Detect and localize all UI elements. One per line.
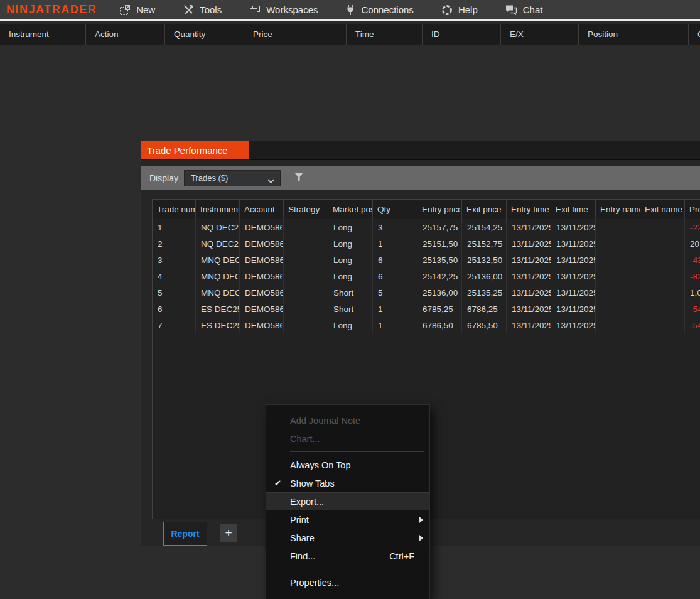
trades-column-entry-name[interactable]: Entry name: [596, 200, 640, 219]
table-cell: 13/11/2025: [551, 317, 596, 333]
table-row[interactable]: 2NQ DEC25DEMO5868399Long125151,5025152,7…: [153, 235, 700, 252]
table-row[interactable]: 4MNQ DEC25DEMO5868399Long625142,2525136,…: [153, 268, 700, 284]
table-cell: 6: [153, 301, 196, 317]
table-cell: Long: [328, 317, 373, 333]
table-cell: 25157,75: [417, 219, 462, 235]
checkmark-icon: ✔: [274, 478, 281, 488]
menubar-item-workspaces[interactable]: Workspaces: [249, 4, 318, 16]
trade-performance-title-tab[interactable]: Trade Performance: [141, 141, 249, 159]
menubar-item-new[interactable]: New: [119, 4, 155, 16]
table-row[interactable]: 3MNQ DEC25DEMO5868399Long625135,5025132,…: [153, 252, 700, 268]
table-cell: DEMO5868399: [240, 235, 284, 252]
table-cell: 13/11/2025: [507, 252, 551, 268]
orders-column-action[interactable]: Action: [86, 24, 165, 45]
table-cell: Long: [328, 252, 373, 268]
menubar-item-chat[interactable]: Chat: [505, 4, 543, 15]
trades-column-entry-time[interactable]: Entry time: [507, 200, 551, 219]
trades-column-qty[interactable]: Qty: [373, 200, 417, 219]
table-cell: [640, 284, 685, 301]
trades-column-strategy[interactable]: Strategy: [284, 200, 328, 219]
trades-column-trade-number[interactable]: Trade number: [153, 200, 196, 219]
window-tab-strip: Trade Performance: [141, 141, 700, 159]
orders-column-id[interactable]: ID: [423, 24, 501, 45]
table-cell: [640, 219, 685, 235]
context-menu-item-print[interactable]: Print: [266, 510, 429, 529]
table-cell: NQ DEC25: [196, 219, 240, 235]
table-cell: [284, 301, 328, 317]
filter-button[interactable]: [294, 172, 304, 185]
table-row[interactable]: 6ES DEC25DEMO5868399Short16785,256786,25…: [153, 301, 700, 317]
menubar-item-help[interactable]: Help: [441, 4, 478, 16]
orders-column-time[interactable]: Time: [347, 24, 423, 45]
context-menu-item-label: Export...: [290, 497, 324, 507]
table-cell: 13/11/2025: [551, 301, 596, 317]
orders-column-price[interactable]: Price: [244, 24, 347, 45]
display-dropdown[interactable]: Trades ($): [184, 170, 281, 186]
trades-column-market-pos[interactable]: Market pos.: [328, 200, 373, 219]
trades-column-exit-time[interactable]: Exit time: [551, 200, 596, 219]
table-cell: 2: [153, 235, 196, 252]
table-cell: Short: [328, 284, 373, 301]
context-menu-item-properties[interactable]: Properties...: [266, 573, 429, 591]
orders-column-e-x[interactable]: E/X: [501, 24, 579, 45]
context-menu-item-export[interactable]: Export...: [266, 492, 429, 510]
tools-icon: [183, 4, 194, 16]
menubar-item-label: Tools: [200, 4, 222, 15]
menubar-item-connections[interactable]: Connections: [345, 4, 413, 16]
submenu-arrow-icon: [419, 535, 423, 541]
orders-column-instrument[interactable]: Instrument: [0, 24, 86, 45]
trades-column-profit[interactable]: Profit: [685, 200, 700, 219]
trades-column-instrument[interactable]: Instrument: [196, 200, 240, 219]
table-cell: DEMO5868399: [240, 301, 284, 317]
table-cell: [284, 219, 328, 235]
table-cell: 13/11/2025: [507, 268, 551, 284]
table-cell: MNQ DEC25: [196, 284, 240, 301]
table-cell: ES DEC25: [196, 317, 240, 333]
context-menu-item-label: Always On Top: [290, 460, 350, 470]
table-cell: 13/11/2025: [551, 284, 596, 301]
table-cell: 6785,25: [417, 301, 462, 317]
context-menu-item-always-on-top[interactable]: Always On Top: [266, 456, 429, 474]
context-menu-item-show-tabs[interactable]: ✔Show Tabs: [266, 474, 429, 492]
table-row[interactable]: 5MNQ DEC25DEMO5868399Short525136,0025135…: [153, 284, 700, 301]
table-cell: 3: [373, 219, 417, 235]
help-icon: [441, 4, 453, 16]
context-menu-item-label: Print: [290, 515, 309, 525]
context-menu: Add Journal NoteChart...Always On Top✔Sh…: [266, 404, 430, 599]
table-cell: 1: [153, 219, 196, 235]
table-row[interactable]: 1NQ DEC25DEMO5868399Long325157,7525154,2…: [153, 219, 700, 235]
orders-column-quantity[interactable]: Quantity: [165, 24, 244, 45]
ninjatrader-logo: NINJATRADER: [6, 3, 97, 16]
table-cell: Long: [328, 219, 373, 235]
menubar-item-label: Workspaces: [266, 4, 318, 15]
menubar-item-tools[interactable]: Tools: [183, 4, 222, 16]
table-cell: Long: [328, 235, 373, 252]
table-cell: 6: [373, 252, 417, 268]
table-cell: 25136,00: [462, 268, 507, 284]
table-cell: DEMO5868399: [240, 268, 284, 284]
trades-column-exit-name[interactable]: Exit name: [640, 200, 685, 219]
table-row[interactable]: 7ES DEC25DEMO5868399Long16786,506785,501…: [153, 317, 700, 333]
table-cell: [596, 252, 640, 268]
table-cell: [640, 252, 685, 268]
table-cell: 25135,50: [417, 252, 462, 268]
tab-report[interactable]: Report: [163, 522, 207, 546]
table-cell: 25151,50: [417, 235, 462, 252]
context-menu-item-share[interactable]: Share: [266, 529, 429, 547]
add-tab-button[interactable]: +: [220, 524, 237, 542]
context-menu-item-find[interactable]: Find...Ctrl+F: [266, 547, 429, 565]
trades-table-rows: 1NQ DEC25DEMO5868399Long325157,7525154,2…: [153, 219, 700, 333]
table-cell: 13/11/2025: [507, 301, 551, 317]
trades-column-exit-price[interactable]: Exit price: [462, 200, 507, 219]
table-cell: 25136,00: [417, 284, 462, 301]
table-cell: 13/11/2025: [507, 284, 551, 301]
table-cell: [284, 284, 328, 301]
trades-column-entry-price[interactable]: Entry price: [417, 200, 462, 219]
table-cell: 25154,25: [462, 219, 507, 235]
table-cell: ES DEC25: [196, 301, 240, 317]
table-cell: 13/11/2025: [507, 235, 551, 252]
orders-column-position[interactable]: Position: [579, 24, 689, 45]
table-cell: DEMO5868399: [240, 252, 284, 268]
orders-column-o[interactable]: O: [689, 24, 700, 45]
trades-column-account[interactable]: Account: [240, 200, 284, 219]
